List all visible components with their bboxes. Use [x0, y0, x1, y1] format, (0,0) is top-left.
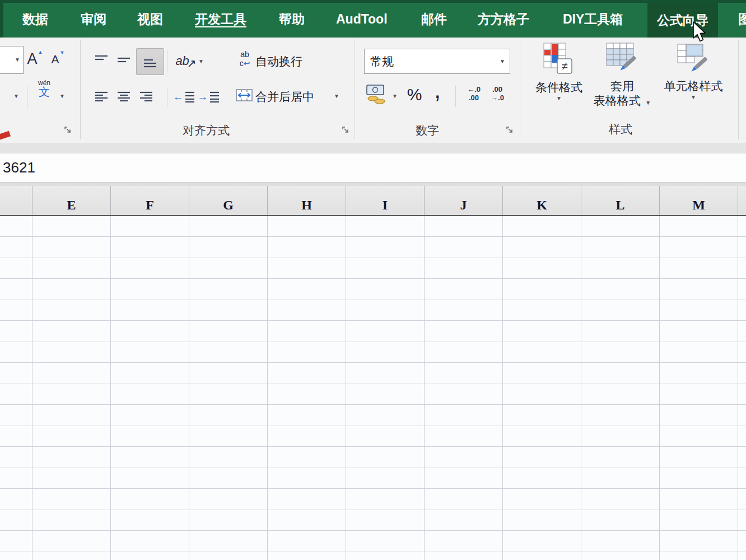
percent-style-button[interactable]: %: [404, 85, 425, 105]
wrap-icon-ab: ab: [235, 51, 254, 58]
tab-view[interactable]: 视图: [137, 0, 163, 38]
chevron-down-icon[interactable]: ▼: [500, 59, 510, 64]
accounting-format-button[interactable]: [365, 83, 389, 106]
alignment-dialog-launcher-icon[interactable]: [342, 126, 350, 134]
increase-decimal-button[interactable]: ←.0 .00: [463, 85, 484, 102]
wrap-text-button[interactable]: 自动换行: [255, 53, 302, 70]
tab-audtool[interactable]: AudTool: [336, 0, 388, 38]
chevron-down-icon[interactable]: ▼: [645, 100, 651, 106]
grid-column-G[interactable]: [189, 216, 268, 560]
tab-diy-toolbox[interactable]: DIY工具箱: [563, 0, 623, 38]
tab-help[interactable]: 帮助: [279, 0, 305, 38]
format-as-table-icon: [605, 42, 639, 77]
column-header-partial-right[interactable]: [738, 186, 746, 215]
diagonal-arrow-icon: ↗: [187, 57, 197, 70]
grid-column-K[interactable]: [503, 216, 581, 560]
phonetic-char-label: 文: [31, 86, 57, 98]
group-divider: [355, 40, 355, 139]
conditional-formatting-label: 条件格式: [528, 80, 590, 95]
grid-column-partial[interactable]: [0, 216, 32, 560]
column-header-I[interactable]: I: [346, 186, 425, 215]
decrease-indent-button[interactable]: ←: [172, 87, 195, 107]
format-as-table-label-1: 套用: [589, 79, 656, 94]
merge-center-label: 合并后居中: [255, 89, 314, 105]
orientation-dropdown[interactable]: ▼: [197, 58, 205, 66]
phonetic-guide-button[interactable]: wén 文: [31, 80, 57, 109]
tab-formula-wizard[interactable]: 公式向导: [647, 3, 718, 38]
cell-styles-label: 单元格样式: [657, 79, 730, 94]
chevron-down-icon[interactable]: ▼: [15, 57, 20, 63]
grid-column-L[interactable]: [581, 216, 660, 560]
right-arrow-icon: →: [198, 91, 208, 103]
column-header-K[interactable]: K: [503, 186, 581, 215]
tab-ffcells[interactable]: 方方格子: [478, 0, 529, 38]
ribbon-bottom-strip: [0, 143, 746, 153]
decrease-font-button[interactable]: A▼: [48, 49, 67, 70]
grid-column-I[interactable]: [346, 216, 425, 560]
align-top-button[interactable]: [91, 50, 111, 70]
orientation-button[interactable]: ab ↗: [174, 50, 198, 72]
grid-column-J[interactable]: [425, 216, 503, 560]
tab-review[interactable]: 审阅: [81, 0, 106, 38]
increase-font-button[interactable]: A▲: [25, 48, 45, 70]
number-format-value: 常规: [365, 54, 500, 69]
conditional-formatting-button[interactable]: ≠ 条件格式 ▼: [528, 42, 590, 101]
tab-partial-right[interactable]: 图: [738, 0, 746, 38]
increase-decimal-top: ←.0: [467, 85, 481, 94]
column-header-M[interactable]: M: [660, 186, 738, 215]
grid-column-partial-right[interactable]: [738, 216, 746, 560]
cell-styles-icon: [677, 42, 710, 77]
styles-group-label: 样式: [609, 122, 632, 137]
divider: [167, 87, 167, 107]
column-header-H[interactable]: H: [268, 186, 346, 215]
increase-indent-button[interactable]: →: [197, 87, 220, 107]
tab-mail[interactable]: 邮件: [421, 0, 447, 38]
merge-center-button[interactable]: 合并后居中: [255, 88, 314, 105]
column-header-F[interactable]: F: [111, 186, 189, 215]
wrap-text-label: 自动换行: [255, 54, 302, 69]
font-size-combo[interactable]: ▼: [0, 46, 24, 74]
merge-center-dropdown[interactable]: ▼: [333, 92, 341, 100]
number-format-combo[interactable]: 常规 ▼: [364, 49, 510, 74]
grid-column-E[interactable]: [32, 216, 111, 560]
grid-column-M[interactable]: [660, 216, 738, 560]
divider: [27, 85, 27, 109]
number-dialog-launcher-icon[interactable]: [506, 126, 514, 134]
column-header-G[interactable]: G: [189, 186, 268, 215]
align-bottom-button[interactable]: [136, 48, 164, 75]
svg-text:≠: ≠: [562, 60, 568, 72]
comma-style-button[interactable]: ,: [430, 79, 445, 101]
font-dialog-launcher-icon[interactable]: [64, 126, 72, 134]
format-as-table-button[interactable]: 套用 表格格式 ▼: [589, 42, 656, 108]
column-header-partial[interactable]: [0, 186, 32, 215]
align-middle-button[interactable]: [114, 50, 134, 70]
decrease-font-label: A: [52, 53, 59, 66]
divider: [455, 86, 456, 107]
ribbon: ▼ A▲ A▼ ▼ wén 文 ▼ ab ↗: [0, 38, 746, 143]
column-header-L[interactable]: L: [581, 186, 660, 215]
grid-column-H[interactable]: [268, 216, 346, 560]
grid-column-F[interactable]: [111, 216, 189, 560]
wrap-icon-c: c: [240, 59, 244, 68]
column-header-E[interactable]: E: [32, 186, 111, 215]
phonetic-dropdown[interactable]: ▼: [58, 92, 66, 100]
align-center-button[interactable]: [114, 87, 134, 107]
tab-data[interactable]: 数据: [22, 0, 48, 38]
accounting-dropdown[interactable]: ▼: [391, 92, 399, 100]
spreadsheet-grid[interactable]: [0, 216, 746, 560]
align-left-button[interactable]: [91, 87, 111, 107]
formula-bar[interactable]: 3621: [0, 153, 746, 183]
group-divider: [738, 40, 739, 139]
font-color-swatch[interactable]: [0, 131, 11, 140]
down-triangle-icon: ▼: [60, 50, 65, 55]
cell-styles-button[interactable]: 单元格样式 ▼: [657, 42, 730, 100]
tab-developer[interactable]: 开发工具: [195, 0, 246, 38]
column-header-J[interactable]: J: [425, 186, 503, 215]
decrease-decimal-top: .00: [492, 85, 502, 94]
chevron-down-icon[interactable]: ▼: [657, 95, 730, 100]
align-right-button[interactable]: [136, 87, 156, 107]
font-color-dropdown[interactable]: ▼: [12, 92, 20, 100]
decrease-decimal-button[interactable]: .00 →.0: [487, 85, 508, 102]
chevron-down-icon[interactable]: ▼: [528, 96, 590, 101]
ribbon-tab-bar: 数据 审阅 视图 开发工具 帮助 AudTool 邮件 方方格子 DIY工具箱 …: [0, 0, 746, 38]
